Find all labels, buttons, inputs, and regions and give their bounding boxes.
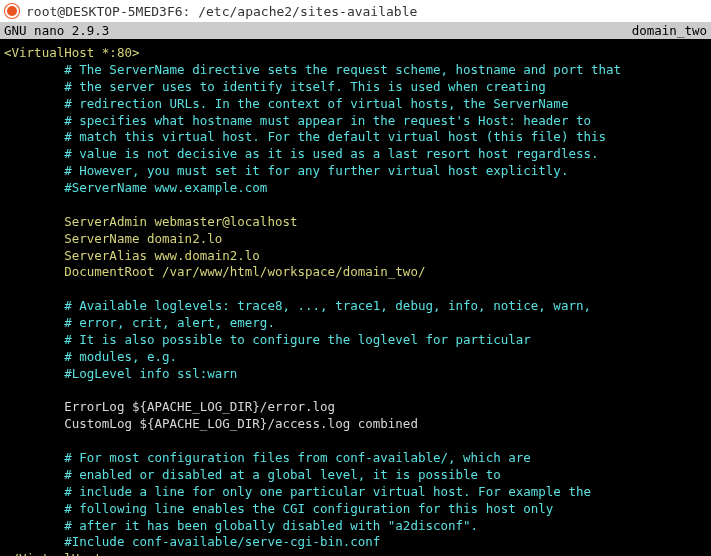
code-segment: ServerAdmin webmaster@localhost	[4, 214, 298, 229]
editor-line: ErrorLog ${APACHE_LOG_DIR}/error.log	[4, 399, 707, 416]
code-segment: # include a line for only one particular…	[4, 484, 591, 499]
code-segment: ErrorLog ${APACHE_LOG_DIR}/error.log	[4, 399, 335, 414]
editor-line: # include a line for only one particular…	[4, 484, 707, 501]
editor-line: # It is also possible to configure the l…	[4, 332, 707, 349]
code-segment: # value is not decisive as it is used as…	[4, 146, 599, 161]
code-segment: # enabled or disabled at a global level,…	[4, 467, 501, 482]
editor-line: # The ServerName directive sets the requ…	[4, 62, 707, 79]
editor-line: # For most configuration files from conf…	[4, 450, 707, 467]
editor-line	[4, 433, 707, 450]
code-segment: # match this virtual host. For the defau…	[4, 129, 606, 144]
window-title: root@DESKTOP-5MED3F6: /etc/apache2/sites…	[26, 4, 417, 19]
code-segment: <VirtualHost *:80>	[4, 45, 139, 60]
nano-filename: domain_two	[632, 22, 707, 39]
editor-line: #ServerName www.example.com	[4, 180, 707, 197]
editor-line: # error, crit, alert, emerg.	[4, 315, 707, 332]
editor-line: # modules, e.g.	[4, 349, 707, 366]
editor-line: # match this virtual host. For the defau…	[4, 129, 707, 146]
editor-content[interactable]: <VirtualHost *:80> # The ServerName dire…	[0, 39, 711, 556]
code-segment: # modules, e.g.	[4, 349, 177, 364]
code-segment: # the server uses to identify itself. Th…	[4, 79, 546, 94]
editor-line	[4, 383, 707, 400]
code-segment	[4, 433, 12, 448]
code-segment: </VirtualHost>	[4, 551, 109, 556]
editor-line: # following line enables the CGI configu…	[4, 501, 707, 518]
editor-line: ServerAlias www.domain2.lo	[4, 248, 707, 265]
editor-line: ServerName domain2.lo	[4, 231, 707, 248]
editor-line: # redirection URLs. In the context of vi…	[4, 96, 707, 113]
editor-line: # after it has been globally disabled wi…	[4, 518, 707, 535]
editor-line: #LogLevel info ssl:warn	[4, 366, 707, 383]
editor-line: # enabled or disabled at a global level,…	[4, 467, 707, 484]
editor-line: <VirtualHost *:80>	[4, 45, 707, 62]
editor-line: #Include conf-available/serve-cgi-bin.co…	[4, 534, 707, 551]
code-segment: #Include conf-available/serve-cgi-bin.co…	[4, 534, 380, 549]
code-segment: # specifies what hostname must appear in…	[4, 113, 591, 128]
code-segment	[4, 383, 12, 398]
code-segment: #LogLevel info ssl:warn	[4, 366, 237, 381]
editor-line: ServerAdmin webmaster@localhost	[4, 214, 707, 231]
code-segment: CustomLog ${APACHE_LOG_DIR}/access.log c…	[4, 416, 418, 431]
nano-version: GNU nano 2.9.3	[4, 22, 109, 39]
code-segment: # after it has been globally disabled wi…	[4, 518, 478, 533]
editor-line: # value is not decisive as it is used as…	[4, 146, 707, 163]
code-segment: #ServerName www.example.com	[4, 180, 267, 195]
code-segment: # The ServerName directive sets the requ…	[4, 62, 621, 77]
editor-line: </VirtualHost>	[4, 551, 707, 556]
editor-line: # Available loglevels: trace8, ..., trac…	[4, 298, 707, 315]
code-segment	[4, 197, 12, 212]
editor-line: # However, you must set it for any furth…	[4, 163, 707, 180]
code-segment: ServerName domain2.lo	[4, 231, 222, 246]
ubuntu-icon	[4, 3, 20, 19]
nano-status-bar: GNU nano 2.9.3 domain_two	[0, 22, 711, 39]
code-segment: ServerAlias www.domain2.lo	[4, 248, 260, 263]
code-segment: # For most configuration files from conf…	[4, 450, 531, 465]
editor-line: CustomLog ${APACHE_LOG_DIR}/access.log c…	[4, 416, 707, 433]
code-segment: DocumentRoot /var/www/html/workspace/dom…	[4, 264, 425, 279]
code-segment: # redirection URLs. In the context of vi…	[4, 96, 568, 111]
code-segment: # Available loglevels: trace8, ..., trac…	[4, 298, 591, 313]
editor-line: # specifies what hostname must appear in…	[4, 113, 707, 130]
editor-line	[4, 197, 707, 214]
code-segment: # It is also possible to configure the l…	[4, 332, 531, 347]
editor-line: # the server uses to identify itself. Th…	[4, 79, 707, 96]
code-segment	[4, 281, 12, 296]
code-segment: # However, you must set it for any furth…	[4, 163, 568, 178]
code-segment: # error, crit, alert, emerg.	[4, 315, 275, 330]
editor-line	[4, 281, 707, 298]
editor-line: DocumentRoot /var/www/html/workspace/dom…	[4, 264, 707, 281]
window-title-bar: root@DESKTOP-5MED3F6: /etc/apache2/sites…	[0, 0, 711, 22]
code-segment: # following line enables the CGI configu…	[4, 501, 553, 516]
